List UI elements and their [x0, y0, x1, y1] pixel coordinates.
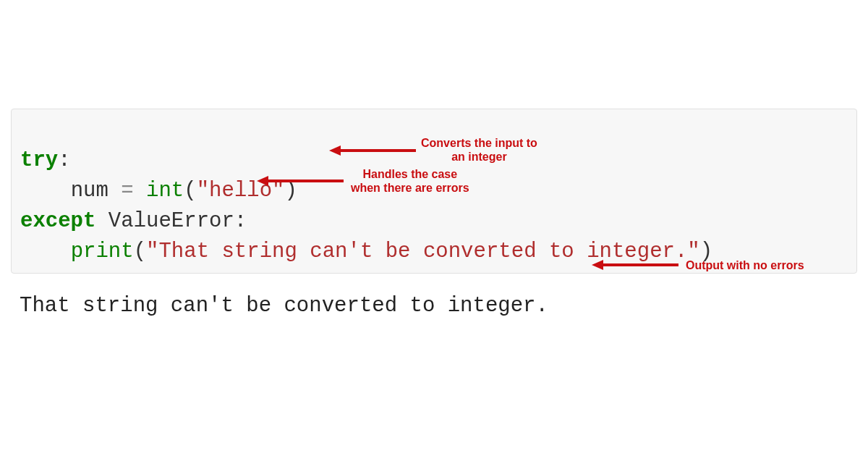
svg-marker-5 [592, 260, 603, 270]
arrow-annotation-2 [257, 174, 344, 188]
arrow-annotation-1 [329, 143, 416, 158]
annotation-output-no-errors: Output with no errors [686, 258, 804, 272]
code-line-2: num = int("hello") [20, 179, 297, 203]
function-int: int [146, 179, 184, 203]
arrow-annotation-3 [592, 258, 678, 272]
keyword-try: try [20, 148, 58, 172]
svg-marker-3 [257, 176, 268, 186]
code-line-1: try: [20, 148, 71, 172]
code-line-3: except ValueError: [20, 209, 247, 233]
function-print: print [71, 240, 134, 263]
output-text: That string can't be converted to intege… [20, 294, 548, 318]
annotation-converts-input: Converts the input to an integer [421, 136, 537, 164]
keyword-except: except [20, 209, 95, 233]
variable-num: num [71, 179, 109, 203]
output-block: That string can't be converted to intege… [11, 294, 857, 318]
svg-marker-1 [329, 145, 341, 156]
annotation-handles-errors: Handles the case when there are errors [351, 167, 469, 195]
exception-valueerror: ValueError [109, 209, 234, 233]
